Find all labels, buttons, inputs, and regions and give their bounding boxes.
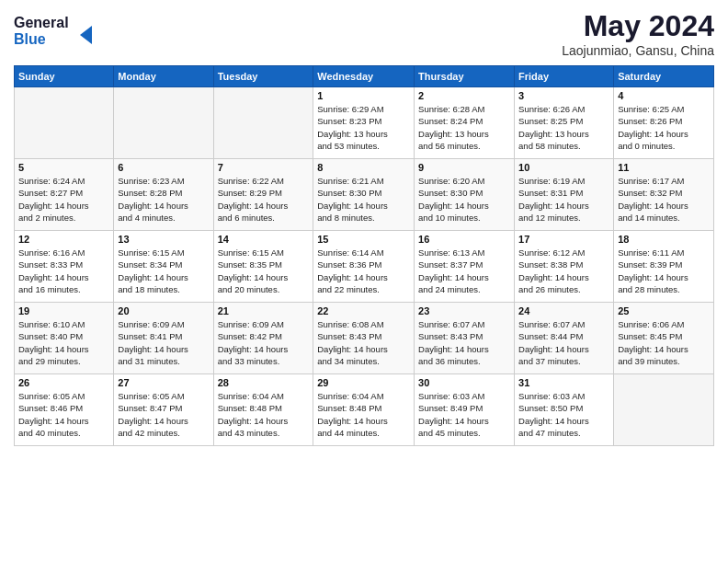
calendar-cell: 12Sunrise: 6:16 AMSunset: 8:33 PMDayligh… xyxy=(15,231,114,303)
day-number: 20 xyxy=(118,305,209,316)
day-info: Sunrise: 6:10 AMSunset: 8:40 PMDaylight:… xyxy=(18,318,109,367)
day-info: Sunrise: 6:25 AMSunset: 8:26 PMDaylight:… xyxy=(618,103,710,152)
day-number: 2 xyxy=(418,90,510,101)
day-info: Sunrise: 6:04 AMSunset: 8:48 PMDaylight:… xyxy=(317,390,410,439)
day-number: 12 xyxy=(18,234,109,245)
day-number: 13 xyxy=(118,234,209,245)
calendar-cell: 13Sunrise: 6:15 AMSunset: 8:34 PMDayligh… xyxy=(114,231,213,303)
calendar-cell: 25Sunrise: 6:06 AMSunset: 8:45 PMDayligh… xyxy=(614,303,714,374)
weekday-header: Sunday xyxy=(15,66,114,87)
day-info: Sunrise: 6:04 AMSunset: 8:48 PMDaylight:… xyxy=(218,390,310,439)
calendar-cell: 24Sunrise: 6:07 AMSunset: 8:44 PMDayligh… xyxy=(515,303,614,374)
day-info: Sunrise: 6:12 AMSunset: 8:38 PMDaylight:… xyxy=(518,247,609,295)
weekday-header: Wednesday xyxy=(313,66,415,87)
svg-marker-2 xyxy=(80,26,92,44)
calendar-cell: 10Sunrise: 6:19 AMSunset: 8:31 PMDayligh… xyxy=(515,159,614,231)
weekday-header: Saturday xyxy=(614,66,714,87)
day-number: 8 xyxy=(317,162,410,173)
day-number: 30 xyxy=(418,377,510,388)
day-number: 3 xyxy=(518,90,609,101)
title-block: May 2024 Laojunmiao, Gansu, China xyxy=(562,9,714,58)
day-info: Sunrise: 6:05 AMSunset: 8:47 PMDaylight:… xyxy=(118,390,209,439)
subtitle: Laojunmiao, Gansu, China xyxy=(562,43,714,58)
calendar-cell: 1Sunrise: 6:29 AMSunset: 8:23 PMDaylight… xyxy=(313,87,415,159)
day-info: Sunrise: 6:15 AMSunset: 8:34 PMDaylight:… xyxy=(118,247,209,295)
day-info: Sunrise: 6:03 AMSunset: 8:50 PMDaylight:… xyxy=(518,390,609,439)
calendar-cell: 21Sunrise: 6:09 AMSunset: 8:42 PMDayligh… xyxy=(213,303,313,374)
logo: General Blue xyxy=(14,9,97,50)
day-number: 23 xyxy=(418,305,510,316)
calendar-cell: 3Sunrise: 6:26 AMSunset: 8:25 PMDaylight… xyxy=(515,87,614,159)
calendar-cell: 4Sunrise: 6:25 AMSunset: 8:26 PMDaylight… xyxy=(614,87,714,159)
day-number: 31 xyxy=(518,377,609,388)
day-info: Sunrise: 6:07 AMSunset: 8:44 PMDaylight:… xyxy=(518,318,609,367)
day-info: Sunrise: 6:05 AMSunset: 8:46 PMDaylight:… xyxy=(18,390,109,439)
day-number: 4 xyxy=(618,90,710,101)
weekday-header: Monday xyxy=(114,66,213,87)
day-info: Sunrise: 6:21 AMSunset: 8:30 PMDaylight:… xyxy=(317,175,410,224)
day-info: Sunrise: 6:06 AMSunset: 8:45 PMDaylight:… xyxy=(618,318,710,367)
day-info: Sunrise: 6:09 AMSunset: 8:42 PMDaylight:… xyxy=(218,318,310,367)
logo-icon: General Blue xyxy=(14,9,97,50)
calendar-cell: 6Sunrise: 6:23 AMSunset: 8:28 PMDaylight… xyxy=(114,159,213,231)
calendar-cell: 16Sunrise: 6:13 AMSunset: 8:37 PMDayligh… xyxy=(415,231,515,303)
weekday-header: Friday xyxy=(515,66,614,87)
day-number: 28 xyxy=(218,377,310,388)
calendar-cell: 15Sunrise: 6:14 AMSunset: 8:36 PMDayligh… xyxy=(313,231,415,303)
day-info: Sunrise: 6:17 AMSunset: 8:32 PMDaylight:… xyxy=(618,175,710,224)
day-number: 22 xyxy=(317,305,410,316)
calendar-cell: 17Sunrise: 6:12 AMSunset: 8:38 PMDayligh… xyxy=(515,231,614,303)
day-number: 9 xyxy=(418,162,510,173)
day-info: Sunrise: 6:29 AMSunset: 8:23 PMDaylight:… xyxy=(317,103,410,152)
day-number: 6 xyxy=(118,162,209,173)
calendar-cell: 5Sunrise: 6:24 AMSunset: 8:27 PMDaylight… xyxy=(15,159,114,231)
day-info: Sunrise: 6:11 AMSunset: 8:39 PMDaylight:… xyxy=(618,247,710,295)
day-number: 16 xyxy=(418,234,510,245)
day-number: 26 xyxy=(18,377,109,388)
day-info: Sunrise: 6:03 AMSunset: 8:49 PMDaylight:… xyxy=(418,390,510,439)
day-info: Sunrise: 6:23 AMSunset: 8:28 PMDaylight:… xyxy=(118,175,209,224)
weekday-header-row: SundayMondayTuesdayWednesdayThursdayFrid… xyxy=(15,66,714,87)
calendar-cell: 30Sunrise: 6:03 AMSunset: 8:49 PMDayligh… xyxy=(415,374,515,446)
day-info: Sunrise: 6:15 AMSunset: 8:35 PMDaylight:… xyxy=(218,247,310,295)
header: General Blue May 2024 Laojunmiao, Gansu,… xyxy=(14,9,714,58)
day-info: Sunrise: 6:14 AMSunset: 8:36 PMDaylight:… xyxy=(317,247,410,295)
day-info: Sunrise: 6:07 AMSunset: 8:43 PMDaylight:… xyxy=(418,318,510,367)
day-number: 17 xyxy=(518,234,609,245)
day-info: Sunrise: 6:26 AMSunset: 8:25 PMDaylight:… xyxy=(518,103,609,152)
calendar-week-row: 12Sunrise: 6:16 AMSunset: 8:33 PMDayligh… xyxy=(15,231,714,303)
svg-text:General: General xyxy=(14,15,69,30)
weekday-header: Thursday xyxy=(415,66,515,87)
day-number: 19 xyxy=(18,305,109,316)
day-number: 15 xyxy=(317,234,410,245)
day-info: Sunrise: 6:08 AMSunset: 8:43 PMDaylight:… xyxy=(317,318,410,367)
day-number: 5 xyxy=(18,162,109,173)
day-number: 11 xyxy=(618,162,710,173)
calendar-cell: 28Sunrise: 6:04 AMSunset: 8:48 PMDayligh… xyxy=(213,374,313,446)
calendar-cell: 14Sunrise: 6:15 AMSunset: 8:35 PMDayligh… xyxy=(213,231,313,303)
calendar-cell: 31Sunrise: 6:03 AMSunset: 8:50 PMDayligh… xyxy=(515,374,614,446)
day-info: Sunrise: 6:22 AMSunset: 8:29 PMDaylight:… xyxy=(218,175,310,224)
calendar-cell xyxy=(213,87,313,159)
day-info: Sunrise: 6:20 AMSunset: 8:30 PMDaylight:… xyxy=(418,175,510,224)
calendar-cell: 29Sunrise: 6:04 AMSunset: 8:48 PMDayligh… xyxy=(313,374,415,446)
day-info: Sunrise: 6:24 AMSunset: 8:27 PMDaylight:… xyxy=(18,175,109,224)
calendar-cell: 22Sunrise: 6:08 AMSunset: 8:43 PMDayligh… xyxy=(313,303,415,374)
calendar-cell: 18Sunrise: 6:11 AMSunset: 8:39 PMDayligh… xyxy=(614,231,714,303)
main-title: May 2024 xyxy=(562,9,714,43)
day-number: 25 xyxy=(618,305,710,316)
day-number: 10 xyxy=(518,162,609,173)
calendar-cell: 23Sunrise: 6:07 AMSunset: 8:43 PMDayligh… xyxy=(415,303,515,374)
day-info: Sunrise: 6:16 AMSunset: 8:33 PMDaylight:… xyxy=(18,247,109,295)
calendar-cell xyxy=(114,87,213,159)
weekday-header: Tuesday xyxy=(213,66,313,87)
svg-text:Blue: Blue xyxy=(14,31,46,47)
calendar-cell: 20Sunrise: 6:09 AMSunset: 8:41 PMDayligh… xyxy=(114,303,213,374)
day-number: 14 xyxy=(218,234,310,245)
calendar-week-row: 26Sunrise: 6:05 AMSunset: 8:46 PMDayligh… xyxy=(15,374,714,446)
calendar-cell: 2Sunrise: 6:28 AMSunset: 8:24 PMDaylight… xyxy=(415,87,515,159)
day-info: Sunrise: 6:13 AMSunset: 8:37 PMDaylight:… xyxy=(418,247,510,295)
calendar-cell xyxy=(15,87,114,159)
day-number: 24 xyxy=(518,305,609,316)
calendar-cell: 26Sunrise: 6:05 AMSunset: 8:46 PMDayligh… xyxy=(15,374,114,446)
